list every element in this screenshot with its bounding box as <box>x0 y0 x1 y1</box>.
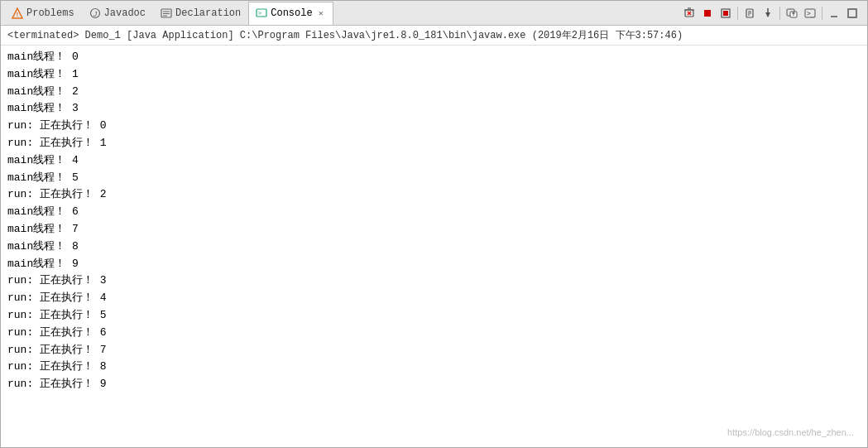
console-line-16: run: 正在执行！ 6 <box>7 325 861 342</box>
console-line-13: run: 正在执行！ 3 <box>7 272 861 290</box>
eclipse-window: ! Problems J Javadoc <box>0 0 868 448</box>
javadoc-icon: J <box>89 7 101 19</box>
maximize-button[interactable] <box>844 5 861 22</box>
console-status-text: <terminated> Demo_1 [Java Application] C… <box>7 30 683 41</box>
svg-rect-15 <box>704 10 711 17</box>
tab-javadoc[interactable]: J Javadoc <box>82 2 153 25</box>
new-console-button[interactable] <box>784 5 800 22</box>
console-line-4: run: 正在执行！ 0 <box>7 118 861 135</box>
console-icon: >_ <box>256 7 267 19</box>
console-line-15: run: 正在执行！ 5 <box>7 307 861 325</box>
clear-console-button[interactable] <box>681 5 698 22</box>
svg-text:J: J <box>93 11 98 19</box>
console-line-8: run: 正在执行！ 2 <box>7 186 861 204</box>
tab-console-close[interactable]: ✕ <box>316 8 326 18</box>
tab-console[interactable]: >_ Console ✕ <box>248 2 333 25</box>
svg-text:>_: >_ <box>258 10 266 17</box>
tab-javadoc-label: Javadoc <box>104 7 146 19</box>
tab-declaration-label: Declaration <box>175 7 241 19</box>
console-line-17: run: 正在执行！ 7 <box>7 342 861 359</box>
console-line-12: main线程！ 9 <box>7 256 861 273</box>
console-line-14: run: 正在执行！ 4 <box>7 290 861 307</box>
scroll-lock-button[interactable] <box>741 5 758 22</box>
minimize-button[interactable] <box>826 5 842 22</box>
svg-text:>_: >_ <box>807 10 815 17</box>
console-line-18: run: 正在执行！ 8 <box>7 359 861 376</box>
svg-text:!: ! <box>16 11 20 18</box>
tab-problems[interactable]: ! Problems <box>4 2 82 25</box>
console-line-19: run: 正在执行！ 9 <box>7 376 861 393</box>
console-line-6: main线程！ 4 <box>7 152 861 170</box>
pin-button[interactable] <box>760 5 776 22</box>
tab-bar: ! Problems J Javadoc <box>1 1 867 26</box>
tab-problems-label: Problems <box>26 7 74 19</box>
console-line-5: run: 正在执行！ 1 <box>7 135 861 152</box>
console-line-1: main线程！ 1 <box>7 66 861 84</box>
console-line-10: main线程！ 7 <box>7 221 861 238</box>
toolbar-right: >_ <box>681 5 864 22</box>
tab-declaration[interactable]: Declaration <box>153 2 248 25</box>
console-line-3: main线程！ 3 <box>7 100 861 118</box>
declaration-icon <box>161 7 172 19</box>
console-status-header: <terminated> Demo_1 [Java Application] C… <box>1 26 867 46</box>
console-line-9: main线程！ 6 <box>7 204 861 221</box>
stop-button[interactable] <box>699 5 716 22</box>
watermark: https://blog.csdn.net/he_zhen... <box>727 427 854 437</box>
tab-console-label: Console <box>271 7 312 19</box>
terminate-button[interactable] <box>717 5 734 22</box>
toolbar-separator-2 <box>779 7 780 20</box>
svg-rect-31 <box>848 9 856 17</box>
console-output[interactable]: main线程！ 0 main线程！ 1 main线程！ 2 main线程！ 3 … <box>1 46 867 447</box>
open-console-button[interactable]: >_ <box>802 5 818 22</box>
console-line-0: main线程！ 0 <box>7 49 861 66</box>
console-line-7: main线程！ 5 <box>7 170 861 187</box>
toolbar-separator-1 <box>737 7 738 20</box>
console-line-2: main线程！ 2 <box>7 84 861 101</box>
toolbar-separator-3 <box>822 7 822 20</box>
svg-rect-17 <box>723 11 728 16</box>
warning-icon: ! <box>12 7 23 19</box>
svg-marker-23 <box>765 12 770 17</box>
console-line-11: main线程！ 8 <box>7 238 861 256</box>
